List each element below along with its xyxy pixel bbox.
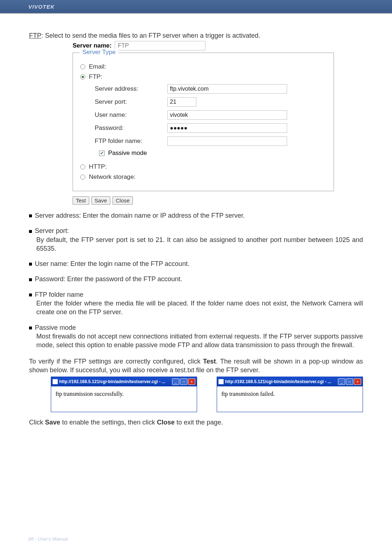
maximize-icon[interactable]: □ xyxy=(180,378,187,385)
password-label: Password: xyxy=(95,124,167,132)
popup-title: http://192.168.5.121/cgi-bin/admin/tests… xyxy=(219,379,331,384)
popup-titlebar: http://192.168.5.121/cgi-bin/admin/tests… xyxy=(51,377,197,386)
final-text: Click Save to enable the settings, then … xyxy=(29,418,363,427)
password-input[interactable] xyxy=(167,123,287,133)
close-icon[interactable]: × xyxy=(188,378,195,385)
maximize-icon[interactable]: □ xyxy=(346,378,353,385)
intro-text: : Select to send the media files to an F… xyxy=(41,32,260,39)
ftp-folder-input[interactable] xyxy=(167,136,287,146)
radio-email-label: Email: xyxy=(89,63,106,70)
desc-server-port-body: By default, the FTP server port is set t… xyxy=(36,235,363,253)
radio-network-storage[interactable]: Network storage: xyxy=(80,173,326,181)
desc-ftp-folder-title: FTP folder name xyxy=(35,291,83,298)
popup-title-text: http://192.168.5.121/cgi-bin/admin/tests… xyxy=(225,379,331,384)
desc-server-address-text: Server address: Enter the domain name or… xyxy=(35,212,245,219)
fieldset-legend: Server Type xyxy=(79,49,118,56)
ftp-fields-group: Server address: Server port: User name: … xyxy=(95,84,326,157)
minimize-icon[interactable]: _ xyxy=(338,378,345,385)
desc-passive: Passive mode Most firewalls do not accep… xyxy=(29,323,363,350)
ftp-folder-label: FTP folder name: xyxy=(95,138,167,145)
user-name-label: User name: xyxy=(95,111,167,119)
radio-ftp-label: FTP: xyxy=(89,73,102,81)
checkbox-icon: ✔ xyxy=(99,151,105,156)
verify-pre: To verify if the FTP settings are correc… xyxy=(29,358,203,365)
popup-success-body: ftp transmission successfully. xyxy=(51,386,197,412)
desc-passive-title: Passive mode xyxy=(35,324,76,331)
server-port-input[interactable] xyxy=(167,97,196,107)
popup-row: http://192.168.5.121/cgi-bin/admin/tests… xyxy=(51,377,363,412)
final-pre: Click xyxy=(29,419,45,426)
page-header: VIVOTEK xyxy=(0,0,392,14)
desc-password: Password: Enter the password of the FTP … xyxy=(29,275,363,283)
footer-label: - User's Manual xyxy=(33,536,68,542)
ftp-underline-label: FTP xyxy=(29,32,41,39)
verify-bold: Test xyxy=(203,358,216,365)
button-row: Test Save Close xyxy=(73,196,363,205)
final-post: to exit the page. xyxy=(175,419,223,426)
desc-ftp-folder-body: Enter the folder where the media file wi… xyxy=(36,299,363,317)
server-name-label: Server name: xyxy=(73,42,112,49)
brand-text: VIVOTEK xyxy=(28,4,55,10)
radio-icon-selected xyxy=(80,74,85,79)
bullet-icon xyxy=(29,294,32,296)
server-port-row: Server port: xyxy=(95,97,326,107)
bullet-icon xyxy=(29,214,32,217)
popup-success: http://192.168.5.121/cgi-bin/admin/tests… xyxy=(51,377,197,412)
bullet-icon xyxy=(29,278,32,281)
server-address-input[interactable] xyxy=(167,84,287,94)
desc-server-port: Server port: By default, the FTP server … xyxy=(29,226,363,253)
close-icon[interactable]: × xyxy=(354,378,361,385)
popup-title: http://192.168.5.121/cgi-bin/admin/tests… xyxy=(53,379,166,384)
passive-mode-row[interactable]: ✔ Passive mode xyxy=(99,149,326,157)
radio-icon xyxy=(80,64,85,69)
password-row: Password: xyxy=(95,123,326,133)
radio-ftp[interactable]: FTP: xyxy=(80,73,326,81)
window-controls: _ □ × xyxy=(338,378,361,385)
server-address-row: Server address: xyxy=(95,84,326,94)
desc-server-port-title: Server port: xyxy=(35,227,69,234)
popup-titlebar: http://192.168.5.121/cgi-bin/admin/tests… xyxy=(217,377,363,386)
ie-icon xyxy=(219,379,224,384)
popup-fail-body: ftp transmission failed. xyxy=(217,386,363,412)
page-footer: 86 - User's Manual xyxy=(28,536,68,542)
radio-http-label: HTTP: xyxy=(89,163,107,171)
page-content: FTP: Select to send the media files to a… xyxy=(0,14,392,427)
final-save: Save xyxy=(45,419,60,426)
desc-user-name-text: User name: Enter the login name of the F… xyxy=(35,260,189,267)
window-controls: _ □ × xyxy=(172,378,195,385)
server-address-label: Server address: xyxy=(95,85,167,93)
server-name-input[interactable] xyxy=(115,41,205,50)
radio-email[interactable]: Email: xyxy=(80,63,326,70)
server-port-label: Server port: xyxy=(95,98,167,106)
intro-line: FTP: Select to send the media files to a… xyxy=(29,32,363,40)
ie-icon xyxy=(53,379,58,384)
bullet-icon xyxy=(29,263,32,266)
minimize-icon[interactable]: _ xyxy=(172,378,179,385)
popup-title-text: http://192.168.5.121/cgi-bin/admin/tests… xyxy=(59,379,166,384)
desc-passive-body: Most firewalls do not accept new connect… xyxy=(36,332,363,350)
ftp-folder-row: FTP folder name: xyxy=(95,136,326,146)
bullet-icon xyxy=(29,327,32,329)
bullet-icon xyxy=(29,230,32,233)
desc-password-text: Password: Enter the password of the FTP … xyxy=(35,275,182,283)
final-close: Close xyxy=(157,419,175,426)
desc-ftp-folder: FTP folder name Enter the folder where t… xyxy=(29,290,363,317)
page-number: 86 xyxy=(28,536,33,542)
user-name-input[interactable] xyxy=(167,110,287,120)
save-button[interactable]: Save xyxy=(91,196,110,205)
test-button[interactable]: Test xyxy=(73,196,89,205)
radio-icon xyxy=(80,164,85,169)
radio-network-storage-label: Network storage: xyxy=(89,173,136,181)
final-mid: to enable the settings, then click xyxy=(60,419,157,426)
desc-user-name: User name: Enter the login name of the F… xyxy=(29,259,363,268)
close-button[interactable]: Close xyxy=(113,196,133,205)
popup-fail: http://192.168.5.121/cgi-bin/admin/tests… xyxy=(217,377,363,412)
radio-http[interactable]: HTTP: xyxy=(80,163,326,171)
radio-icon xyxy=(80,175,85,180)
passive-mode-label: Passive mode xyxy=(108,149,147,157)
server-type-fieldset: Server Type Email: FTP: Server address: … xyxy=(73,53,334,191)
user-name-row: User name: xyxy=(95,110,326,120)
verify-text: To verify if the FTP settings are correc… xyxy=(29,357,363,375)
desc-server-address: Server address: Enter the domain name or… xyxy=(29,211,363,220)
